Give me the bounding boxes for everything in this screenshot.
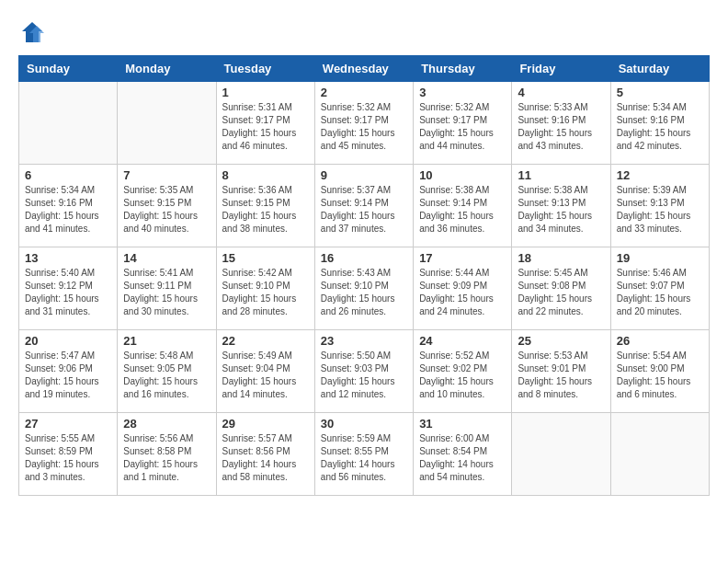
day-number: 29 — [222, 417, 309, 431]
day-number: 24 — [419, 334, 506, 348]
calendar-cell: 24Sunrise: 5:52 AM Sunset: 9:02 PM Dayli… — [414, 330, 512, 413]
weekday-header-saturday: Saturday — [610, 56, 709, 82]
day-info: Sunrise: 5:40 AM Sunset: 9:12 PM Dayligh… — [25, 267, 111, 318]
day-number: 2 — [321, 86, 407, 99]
calendar-cell: 4Sunrise: 5:33 AM Sunset: 9:16 PM Daylig… — [512, 82, 610, 165]
day-info: Sunrise: 5:46 AM Sunset: 9:07 PM Dayligh… — [617, 267, 703, 318]
calendar-cell: 10Sunrise: 5:38 AM Sunset: 9:14 PM Dayli… — [414, 165, 512, 247]
day-number: 14 — [123, 251, 210, 265]
day-number: 18 — [518, 251, 604, 265]
calendar-cell — [19, 82, 118, 165]
calendar-cell: 22Sunrise: 5:49 AM Sunset: 9:04 PM Dayli… — [216, 330, 314, 413]
calendar-week-3: 13Sunrise: 5:40 AM Sunset: 9:12 PM Dayli… — [19, 247, 710, 330]
calendar-week-2: 6Sunrise: 5:34 AM Sunset: 9:16 PM Daylig… — [19, 165, 710, 247]
calendar-week-5: 27Sunrise: 5:55 AM Sunset: 8:59 PM Dayli… — [19, 413, 710, 496]
day-number: 1 — [222, 86, 309, 99]
day-number: 6 — [25, 168, 111, 182]
day-info: Sunrise: 5:53 AM Sunset: 9:01 PM Dayligh… — [518, 350, 604, 401]
calendar-cell: 28Sunrise: 5:56 AM Sunset: 8:58 PM Dayli… — [118, 413, 216, 496]
calendar-cell: 19Sunrise: 5:46 AM Sunset: 9:07 PM Dayli… — [610, 247, 709, 330]
day-info: Sunrise: 6:00 AM Sunset: 8:54 PM Dayligh… — [419, 432, 506, 484]
day-info: Sunrise: 5:36 AM Sunset: 9:15 PM Dayligh… — [222, 184, 309, 236]
calendar-week-4: 20Sunrise: 5:47 AM Sunset: 9:06 PM Dayli… — [19, 330, 710, 413]
day-info: Sunrise: 5:45 AM Sunset: 9:08 PM Dayligh… — [518, 267, 604, 318]
page-header — [18, 18, 710, 46]
day-info: Sunrise: 5:47 AM Sunset: 9:06 PM Dayligh… — [25, 350, 111, 401]
calendar-cell: 27Sunrise: 5:55 AM Sunset: 8:59 PM Dayli… — [19, 413, 118, 496]
day-number: 3 — [419, 86, 506, 99]
day-number: 23 — [321, 334, 407, 348]
day-info: Sunrise: 5:33 AM Sunset: 9:16 PM Dayligh… — [518, 101, 604, 153]
day-number: 25 — [518, 334, 604, 348]
day-number: 22 — [222, 334, 309, 348]
calendar-cell: 12Sunrise: 5:39 AM Sunset: 9:13 PM Dayli… — [610, 165, 709, 247]
weekday-header-wednesday: Wednesday — [314, 56, 413, 82]
calendar-week-1: 1Sunrise: 5:31 AM Sunset: 9:17 PM Daylig… — [19, 82, 710, 165]
calendar-cell: 13Sunrise: 5:40 AM Sunset: 9:12 PM Dayli… — [19, 247, 118, 330]
day-number: 31 — [419, 417, 506, 431]
day-number: 15 — [222, 251, 309, 265]
day-info: Sunrise: 5:52 AM Sunset: 9:02 PM Dayligh… — [419, 350, 506, 401]
day-info: Sunrise: 5:39 AM Sunset: 9:13 PM Dayligh… — [617, 184, 703, 236]
calendar-cell: 26Sunrise: 5:54 AM Sunset: 9:00 PM Dayli… — [610, 330, 709, 413]
calendar-cell: 3Sunrise: 5:32 AM Sunset: 9:17 PM Daylig… — [414, 82, 512, 165]
day-number: 8 — [222, 168, 309, 182]
day-info: Sunrise: 5:43 AM Sunset: 9:10 PM Dayligh… — [321, 267, 407, 318]
day-info: Sunrise: 5:44 AM Sunset: 9:09 PM Dayligh… — [419, 267, 506, 318]
day-info: Sunrise: 5:38 AM Sunset: 9:13 PM Dayligh… — [518, 184, 604, 236]
day-number: 10 — [419, 168, 506, 182]
day-number: 27 — [25, 417, 111, 431]
calendar-cell: 6Sunrise: 5:34 AM Sunset: 9:16 PM Daylig… — [19, 165, 118, 247]
day-info: Sunrise: 5:32 AM Sunset: 9:17 PM Dayligh… — [419, 101, 506, 153]
day-number: 16 — [321, 251, 407, 265]
calendar-cell: 17Sunrise: 5:44 AM Sunset: 9:09 PM Dayli… — [414, 247, 512, 330]
day-info: Sunrise: 5:54 AM Sunset: 9:00 PM Dayligh… — [617, 350, 703, 401]
day-number: 17 — [419, 251, 506, 265]
day-info: Sunrise: 5:34 AM Sunset: 9:16 PM Dayligh… — [25, 184, 111, 236]
day-number: 20 — [25, 334, 111, 348]
calendar-cell: 18Sunrise: 5:45 AM Sunset: 9:08 PM Dayli… — [512, 247, 610, 330]
calendar-cell: 11Sunrise: 5:38 AM Sunset: 9:13 PM Dayli… — [512, 165, 610, 247]
day-number: 12 — [617, 168, 703, 182]
day-number: 9 — [321, 168, 407, 182]
day-info: Sunrise: 5:35 AM Sunset: 9:15 PM Dayligh… — [123, 184, 210, 236]
calendar-cell: 30Sunrise: 5:59 AM Sunset: 8:55 PM Dayli… — [314, 413, 413, 496]
calendar-cell: 21Sunrise: 5:48 AM Sunset: 9:05 PM Dayli… — [118, 330, 216, 413]
day-info: Sunrise: 5:59 AM Sunset: 8:55 PM Dayligh… — [321, 432, 407, 484]
calendar-cell: 25Sunrise: 5:53 AM Sunset: 9:01 PM Dayli… — [512, 330, 610, 413]
calendar-cell: 8Sunrise: 5:36 AM Sunset: 9:15 PM Daylig… — [216, 165, 314, 247]
calendar-cell: 2Sunrise: 5:32 AM Sunset: 9:17 PM Daylig… — [314, 82, 413, 165]
day-number: 30 — [321, 417, 407, 431]
day-info: Sunrise: 5:37 AM Sunset: 9:14 PM Dayligh… — [321, 184, 407, 236]
logo-icon — [18, 18, 46, 46]
day-info: Sunrise: 5:48 AM Sunset: 9:05 PM Dayligh… — [123, 350, 210, 401]
day-number: 7 — [123, 168, 210, 182]
day-info: Sunrise: 5:56 AM Sunset: 8:58 PM Dayligh… — [123, 432, 210, 484]
day-info: Sunrise: 5:42 AM Sunset: 9:10 PM Dayligh… — [222, 267, 309, 318]
calendar-cell — [118, 82, 216, 165]
day-number: 5 — [617, 86, 703, 99]
calendar-cell: 14Sunrise: 5:41 AM Sunset: 9:11 PM Dayli… — [118, 247, 216, 330]
day-number: 11 — [518, 168, 604, 182]
day-info: Sunrise: 5:49 AM Sunset: 9:04 PM Dayligh… — [222, 350, 309, 401]
calendar-cell: 16Sunrise: 5:43 AM Sunset: 9:10 PM Dayli… — [314, 247, 413, 330]
day-info: Sunrise: 5:34 AM Sunset: 9:16 PM Dayligh… — [617, 101, 703, 153]
day-info: Sunrise: 5:32 AM Sunset: 9:17 PM Dayligh… — [321, 101, 407, 153]
weekday-header-friday: Friday — [512, 56, 610, 82]
calendar-table: SundayMondayTuesdayWednesdayThursdayFrid… — [18, 55, 710, 496]
logo — [18, 18, 50, 46]
calendar-cell: 5Sunrise: 5:34 AM Sunset: 9:16 PM Daylig… — [610, 82, 709, 165]
weekday-header-tuesday: Tuesday — [216, 56, 314, 82]
weekday-header-monday: Monday — [118, 56, 216, 82]
calendar-cell: 23Sunrise: 5:50 AM Sunset: 9:03 PM Dayli… — [314, 330, 413, 413]
day-info: Sunrise: 5:31 AM Sunset: 9:17 PM Dayligh… — [222, 101, 309, 153]
calendar-cell — [512, 413, 610, 496]
day-info: Sunrise: 5:38 AM Sunset: 9:14 PM Dayligh… — [419, 184, 506, 236]
weekday-header-sunday: Sunday — [19, 56, 118, 82]
calendar-cell — [610, 413, 709, 496]
day-number: 21 — [123, 334, 210, 348]
calendar-cell: 20Sunrise: 5:47 AM Sunset: 9:06 PM Dayli… — [19, 330, 118, 413]
calendar-cell: 7Sunrise: 5:35 AM Sunset: 9:15 PM Daylig… — [118, 165, 216, 247]
weekday-header-row: SundayMondayTuesdayWednesdayThursdayFrid… — [19, 56, 710, 82]
day-number: 26 — [617, 334, 703, 348]
